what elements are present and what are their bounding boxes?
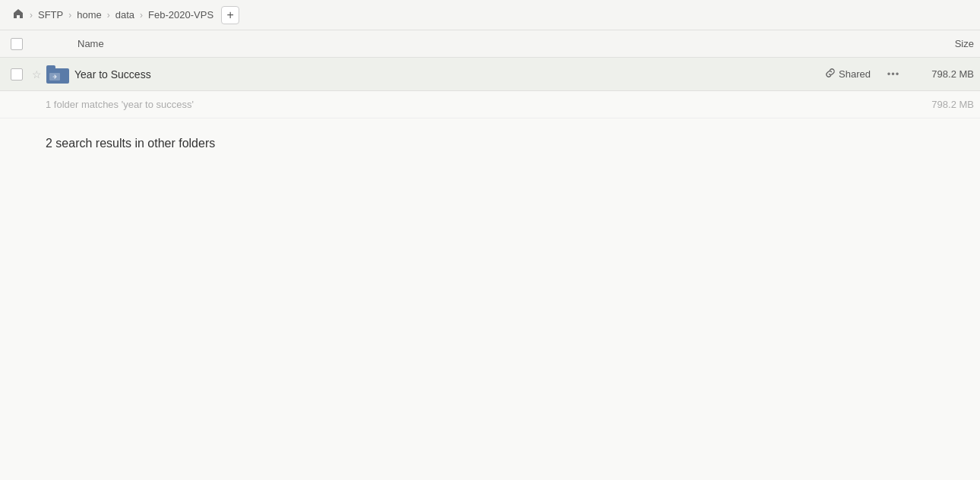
breadcrumb-add-button[interactable]: +: [221, 6, 239, 24]
file-more-button[interactable]: •••: [883, 64, 904, 85]
breadcrumb-feb2020[interactable]: Feb-2020-VPS: [145, 8, 217, 22]
column-size-header: Size: [898, 38, 974, 49]
folder-link-indicator: [49, 73, 60, 81]
breadcrumb-sep-2: ›: [107, 10, 110, 21]
folder-icon: [46, 65, 69, 84]
breadcrumb-home-item[interactable]: home: [74, 8, 105, 22]
file-name: Year to Success: [74, 68, 825, 81]
shared-badge: Shared: [825, 68, 871, 81]
home-icon: [12, 8, 24, 22]
breadcrumb-home[interactable]: [9, 6, 27, 24]
file-checkbox-wrapper[interactable]: [6, 68, 27, 81]
matches-size: 798.2 MB: [913, 99, 974, 110]
breadcrumb-feb2020-label: Feb-2020-VPS: [148, 9, 213, 21]
file-star[interactable]: ☆: [27, 68, 46, 81]
select-all-checkbox[interactable]: [11, 38, 23, 50]
file-checkbox[interactable]: [11, 68, 23, 81]
star-icon: ☆: [32, 68, 42, 81]
link-icon: [825, 68, 836, 81]
file-row[interactable]: ☆ Year to Success Shared ••• 798.2 MB: [0, 58, 980, 91]
file-icon-wrapper: [46, 62, 70, 87]
file-size: 798.2 MB: [913, 68, 974, 80]
shared-label: Shared: [839, 68, 871, 80]
column-name-header: Name: [74, 38, 898, 49]
select-all-checkbox-wrapper[interactable]: [6, 38, 27, 50]
breadcrumb-sep-0: ›: [30, 10, 33, 21]
more-icon: •••: [887, 68, 900, 80]
matches-row: 1 folder matches 'year to success' 798.2…: [0, 91, 980, 118]
breadcrumb-home-label: home: [77, 9, 102, 21]
other-folders-section: 2 search results in other folders: [0, 118, 980, 150]
column-headers: Name Size: [0, 30, 980, 58]
breadcrumb-sftp-label: SFTP: [38, 9, 63, 21]
breadcrumb-data[interactable]: data: [112, 8, 138, 22]
other-folders-text: 2 search results in other folders: [46, 137, 215, 150]
add-icon: +: [226, 8, 233, 22]
breadcrumb-bar: › SFTP › home › data › Feb-2020-VPS +: [0, 0, 980, 30]
breadcrumb-sep-1: ›: [68, 10, 71, 21]
breadcrumb-sftp[interactable]: SFTP: [35, 8, 66, 22]
matches-text: 1 folder matches 'year to success': [46, 99, 913, 110]
breadcrumb-sep-3: ›: [140, 10, 143, 21]
breadcrumb-data-label: data: [115, 9, 134, 21]
